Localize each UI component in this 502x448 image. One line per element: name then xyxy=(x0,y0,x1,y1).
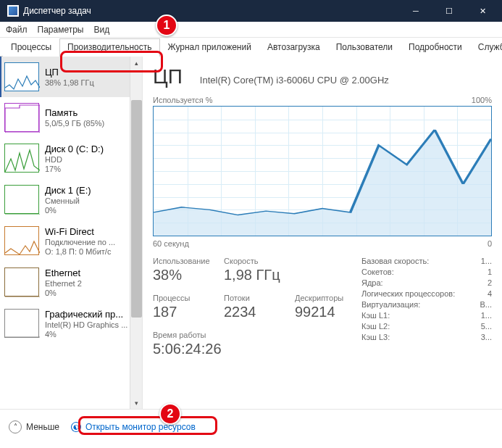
sidebar-item-sub: Сменный xyxy=(45,196,91,205)
info-value: 2 xyxy=(488,278,492,287)
info-row: Кэш L2:5... xyxy=(361,322,492,331)
tab-app-history[interactable]: Журнал приложений xyxy=(160,38,259,57)
annotation-badge-2: 2 xyxy=(159,403,181,425)
open-resource-monitor-label: Открыть монитор ресурсов xyxy=(85,422,196,432)
window-controls: ─ ☐ ✕ xyxy=(399,0,499,22)
info-row: Виртуализация:В... xyxy=(361,300,492,309)
sidebar-mini-chart xyxy=(4,267,39,296)
stat: Дескрипторы99214 xyxy=(295,294,353,320)
sidebar-item-title: ЦП xyxy=(45,67,94,78)
sidebar-item-2[interactable]: Диск 0 (C: D:)HDD17% xyxy=(0,138,142,179)
info-key: Логических процессоров: xyxy=(361,289,455,298)
info-value: 4 xyxy=(488,289,492,298)
sidebar-item-title: Графический пр... xyxy=(45,309,127,320)
info-value: 1... xyxy=(481,311,492,320)
titlebar: Диспетчер задач ─ ☐ ✕ xyxy=(0,0,502,22)
info-value: 1 xyxy=(488,267,492,276)
sidebar-item-sub2: 0% xyxy=(45,206,91,215)
tab-performance[interactable]: Производительность xyxy=(59,38,159,57)
window-title: Диспетчер задач xyxy=(23,6,399,16)
maximize-button[interactable]: ☐ xyxy=(432,0,466,22)
stat-value: 187 xyxy=(153,304,211,320)
menu-file[interactable]: Файл xyxy=(6,25,28,35)
chart-label-left: Используется % xyxy=(153,96,213,104)
info-key: Кэш L3: xyxy=(361,333,390,341)
sidebar-item-title: Память xyxy=(45,107,104,118)
uptime-label: Время работы xyxy=(153,331,353,339)
menubar: Файл Параметры Вид xyxy=(0,22,502,38)
scroll-thumb[interactable] xyxy=(131,100,142,318)
sidebar-item-4[interactable]: Wi-Fi DirectПодключение по ...О: 1,8 П: … xyxy=(0,220,142,262)
sidebar-item-sub: HDD xyxy=(45,155,104,164)
info-row: Базовая скорость:1... xyxy=(361,257,492,265)
stat-value: 2234 xyxy=(224,304,282,320)
app-icon xyxy=(7,5,19,17)
annotation-badge-1: 1 xyxy=(156,14,177,36)
monitor-icon: ◐ xyxy=(70,420,83,434)
tab-details[interactable]: Подробности xyxy=(401,38,470,57)
sidebar-item-title: Wi-Fi Direct xyxy=(45,226,115,237)
sidebar-item-sub: 38% 1,98 ГГц xyxy=(45,78,94,87)
info-row: Кэш L3:3... xyxy=(361,333,492,341)
cpu-chart xyxy=(153,106,492,236)
tab-services[interactable]: Службы xyxy=(470,38,502,57)
info-key: Сокетов: xyxy=(361,267,394,276)
sidebar-item-5[interactable]: EthernetEthernet 20% xyxy=(0,262,142,303)
stat: Потоки2234 xyxy=(224,294,282,320)
menu-options[interactable]: Параметры xyxy=(38,25,84,35)
sidebar-item-sub2: 4% xyxy=(45,330,127,339)
sidebar-item-sub2: О: 1,8 П: 0 Мбит/с xyxy=(45,247,115,256)
sidebar-item-6[interactable]: Графический пр...Intel(R) HD Graphics ..… xyxy=(0,303,142,344)
open-resource-monitor-link[interactable]: ◐ Открыть монитор ресурсов xyxy=(71,422,196,432)
minimize-button[interactable]: ─ xyxy=(399,0,432,22)
sidebar-mini-chart xyxy=(4,103,39,132)
sidebar-mini-chart xyxy=(4,144,39,173)
sidebar-mini-chart xyxy=(4,62,39,91)
main-panel: ЦП Intel(R) Core(TM) i3-6006U CPU @ 2.00… xyxy=(143,57,502,409)
info-row: Ядра:2 xyxy=(361,278,492,287)
info-key: Кэш L1: xyxy=(361,311,390,320)
info-key: Базовая скорость: xyxy=(361,257,429,265)
sidebar-item-3[interactable]: Диск 1 (E:)Сменный0% xyxy=(0,179,142,220)
sidebar-mini-chart xyxy=(4,226,39,255)
fewer-details-button[interactable]: ˄ Меньше xyxy=(9,420,59,434)
tab-users[interactable]: Пользователи xyxy=(328,38,401,57)
sidebar-mini-chart xyxy=(4,309,39,338)
close-button[interactable]: ✕ xyxy=(466,0,499,22)
scroll-up-icon[interactable]: ▴ xyxy=(131,57,142,69)
sidebar-item-title: Диск 1 (E:) xyxy=(45,185,91,196)
cpu-model: Intel(R) Core(TM) i3-6006U CPU @ 2.00GHz xyxy=(200,75,389,86)
stat-value: 1,98 ГГц xyxy=(224,267,282,283)
stat-label: Использование xyxy=(153,257,211,265)
sidebar-item-0[interactable]: ЦП38% 1,98 ГГц xyxy=(0,57,142,97)
content: ЦП38% 1,98 ГГцПамять5,0/5,9 ГБ (85%)Диск… xyxy=(0,57,502,409)
uptime-value: 5:06:24:26 xyxy=(153,341,353,357)
stat-label: Процессы xyxy=(153,294,211,302)
sidebar-scrollbar[interactable]: ▴ ▾ xyxy=(130,57,142,409)
menu-view[interactable]: Вид xyxy=(93,25,109,35)
info-row: Логических процессоров:4 xyxy=(361,289,492,298)
sidebar-mini-chart xyxy=(4,185,39,214)
tab-startup[interactable]: Автозагрузка xyxy=(259,38,328,57)
stat: Скорость1,98 ГГц xyxy=(224,257,282,283)
chart-bottom-left: 60 секунд xyxy=(153,239,189,248)
sidebar-item-sub: Подключение по ... xyxy=(45,238,115,246)
info-value: 3... xyxy=(481,333,492,341)
sidebar-item-title: Ethernet xyxy=(45,267,82,278)
scroll-down-icon[interactable]: ▾ xyxy=(131,397,142,409)
info-value: 1... xyxy=(481,257,492,265)
sidebar-item-sub2: 17% xyxy=(45,165,104,173)
main-title: ЦП xyxy=(153,65,183,88)
tab-processes[interactable]: Процессы xyxy=(3,38,59,57)
chart-label-right: 100% xyxy=(472,96,492,104)
stat-label: Скорость xyxy=(224,257,282,265)
info-value: 5... xyxy=(481,322,492,331)
stat: Использование38% xyxy=(153,257,211,283)
sidebar-item-1[interactable]: Память5,0/5,9 ГБ (85%) xyxy=(0,97,142,138)
fewer-details-label: Меньше xyxy=(26,422,59,432)
sidebar: ЦП38% 1,98 ГГцПамять5,0/5,9 ГБ (85%)Диск… xyxy=(0,57,143,409)
info-key: Ядра: xyxy=(361,278,383,287)
chart-bottom-right: 0 xyxy=(488,239,492,248)
stat-label: Дескрипторы xyxy=(295,294,353,302)
stat: Процессы187 xyxy=(153,294,211,320)
